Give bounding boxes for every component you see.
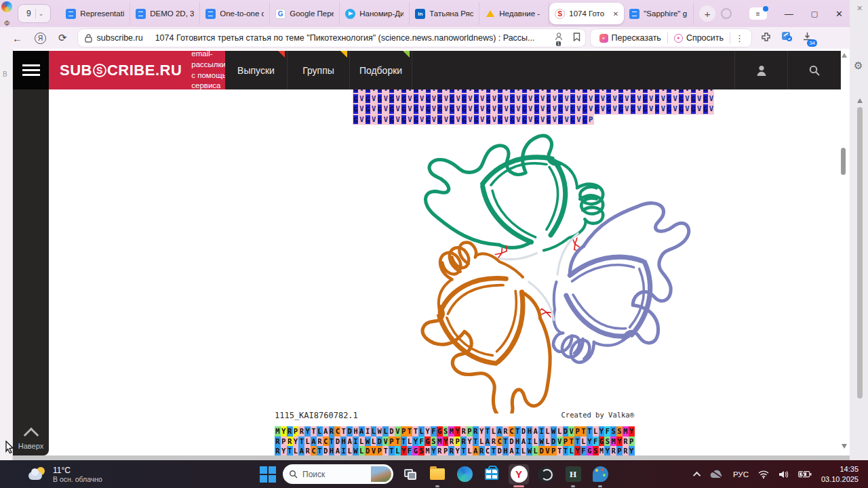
wifi-icon[interactable] <box>758 470 769 479</box>
residue-cell: D <box>551 436 557 447</box>
obs-button[interactable] <box>536 464 556 485</box>
page-scroll-up-icon[interactable] <box>842 53 847 58</box>
browser-tab[interactable]: inТатьяна Ряси <box>410 2 479 25</box>
residue-cell: G <box>630 104 636 114</box>
residue-cell: T <box>298 436 304 447</box>
reader-count-badge: 1 <box>556 41 561 46</box>
residue-cell: V <box>576 94 582 104</box>
minimize-button[interactable]: — <box>785 9 793 19</box>
residue-cell: V <box>467 115 473 125</box>
translate-favicon-icon: G <box>275 9 285 19</box>
residue-cell: V <box>395 426 401 436</box>
paint-app-button[interactable] <box>590 464 610 485</box>
background-scroll-up-icon[interactable] <box>857 98 863 103</box>
language-indicator[interactable]: РУС <box>733 470 749 479</box>
yandex-services-icon[interactable]: Я <box>35 33 46 44</box>
sendsay-link[interactable]: Sendsay <box>191 92 222 100</box>
browser-tab[interactable]: S1074 Гото✕ <box>549 3 624 24</box>
residue-cell: V <box>515 104 521 114</box>
residue-cell: A <box>473 446 479 456</box>
file-explorer-button[interactable] <box>427 464 448 485</box>
page-scroll-down-icon[interactable] <box>842 444 847 449</box>
tray-time: 14:35 <box>821 464 859 474</box>
browser-tab[interactable]: Недавние - <box>479 2 549 25</box>
task-view-button[interactable] <box>400 464 420 485</box>
browser-tab[interactable]: DEMO 2D, 3D <box>130 2 200 25</box>
taskbar-search[interactable]: Поиск <box>283 464 393 484</box>
nav-item-выпуски[interactable]: Выпуски <box>225 51 288 89</box>
back-icon[interactable]: ← <box>12 33 22 44</box>
start-button[interactable] <box>260 466 276 483</box>
residue-cell: Y <box>479 426 485 436</box>
speaker-icon[interactable] <box>778 470 789 479</box>
residue-cell: M <box>425 446 431 456</box>
site-logo-block[interactable]: SUBSCRIBE.RU Отправляет email-рассылки с… <box>49 51 225 89</box>
extensions-icon[interactable] <box>761 32 772 45</box>
residue-cell: V <box>455 94 461 104</box>
address-field[interactable]: subscribe.ru 1074 Готовится третья стать… <box>78 29 585 47</box>
residue-cell: G <box>509 115 515 125</box>
residue-cell: L <box>371 436 377 447</box>
residue-cell: R <box>275 446 281 456</box>
protein-chain-green <box>426 136 604 259</box>
tab-counter-button[interactable]: 9 ⌄ <box>18 4 51 23</box>
background-close-icon[interactable]: ✕ <box>856 4 863 13</box>
residue-cell: T <box>515 426 521 436</box>
residue-cell: D <box>347 426 353 436</box>
onedrive-icon[interactable] <box>710 470 724 479</box>
residue-cell: C <box>323 436 329 447</box>
tab-label: Недавние - <box>499 9 543 18</box>
account-button[interactable] <box>735 51 788 89</box>
profile-button[interactable]: ≡ <box>749 7 767 20</box>
store-button[interactable] <box>481 464 502 485</box>
new-tab-button[interactable]: + <box>699 5 715 22</box>
background-scrollbar[interactable] <box>857 107 863 399</box>
weather-widget[interactable]: 11°C В осн. облачно <box>28 466 102 483</box>
browser-tab[interactable]: Наномир-Ди <box>340 2 410 25</box>
retell-button[interactable]: « Пересказать <box>593 33 667 43</box>
browser-tab[interactable]: GGoogle Пере <box>270 2 340 25</box>
more-options-icon[interactable]: ⋮ <box>730 33 749 43</box>
residue-cell: R <box>479 446 485 456</box>
protein-chain-purple <box>519 175 714 390</box>
residue-cell: A <box>311 436 317 447</box>
assistant-icon[interactable] <box>721 8 732 19</box>
docs-extension-icon[interactable] <box>781 31 793 45</box>
residue-cell: G <box>377 115 383 125</box>
ask-button[interactable]: ✦ Спросить <box>668 33 730 43</box>
browser-tab[interactable]: Representati <box>60 2 130 25</box>
residue-cell: G <box>365 94 371 104</box>
reader-users-icon[interactable]: 1 <box>554 32 564 44</box>
bookmark-icon[interactable] <box>573 32 580 44</box>
downloads-icon[interactable]: 34 <box>802 32 812 44</box>
chevron-down-icon[interactable]: ⌄ <box>35 9 47 18</box>
tray-expand-icon[interactable] <box>693 471 701 479</box>
residue-cell: P <box>293 426 299 436</box>
battery-icon[interactable] <box>798 470 812 478</box>
nav-item-подборки[interactable]: Подборки <box>350 51 412 89</box>
maximize-button[interactable]: ▢ <box>811 9 818 18</box>
residue-cell: H <box>353 426 359 436</box>
page-scrollbar-thumb[interactable] <box>841 148 846 175</box>
nav-item-группы[interactable]: Группы <box>288 51 350 89</box>
edge-button[interactable] <box>454 464 475 485</box>
residue-cell: G <box>557 115 564 125</box>
gear-icon[interactable]: ⚙ <box>854 60 863 72</box>
residue-cell: S <box>604 436 610 447</box>
search-button[interactable] <box>788 51 841 89</box>
residue-cell: V <box>491 94 497 104</box>
refresh-icon[interactable]: ⟳ <box>58 32 67 44</box>
menu-button[interactable] <box>13 51 49 89</box>
residue-cell: G <box>534 94 540 104</box>
residue-cell: A <box>298 446 304 456</box>
tab-close-icon[interactable]: ✕ <box>613 10 618 18</box>
h-app-button[interactable]: H <box>563 464 583 485</box>
residue-cell: R <box>298 426 304 436</box>
chevron-up-icon <box>23 428 39 443</box>
close-window-button[interactable]: ✕ <box>835 9 843 19</box>
clock-widget[interactable]: 14:35 03.10.2025 <box>821 464 859 485</box>
back-to-top-button[interactable]: Наверх <box>13 430 49 450</box>
yandex-browser-button[interactable]: Y <box>509 464 529 485</box>
browser-tab[interactable]: "Sapphire" g <box>624 2 694 25</box>
browser-tab[interactable]: One-to-one c <box>200 2 270 25</box>
